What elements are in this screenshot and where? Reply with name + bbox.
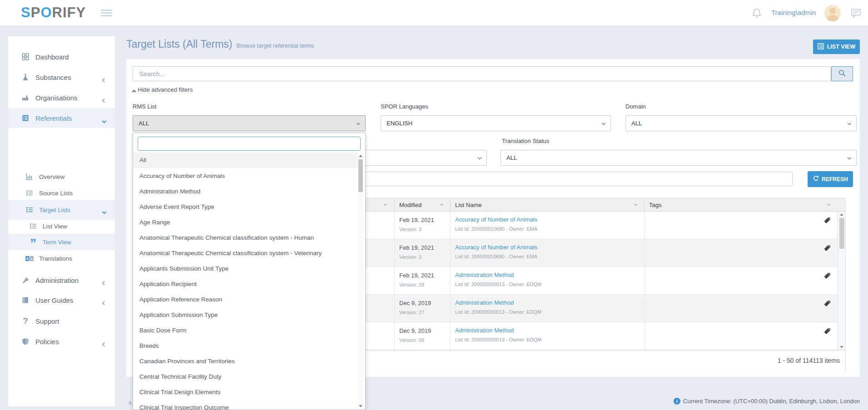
sidebar-item-target-lists[interactable]: Target Lists <box>8 200 115 220</box>
tag-icon[interactable] <box>823 244 831 254</box>
modified-date: Dec 9, 2019 <box>399 327 431 334</box>
search-input[interactable] <box>133 66 831 81</box>
sidebar-item-administration[interactable]: Administration <box>8 270 115 290</box>
sidebar-item-label: Policies <box>35 338 59 346</box>
sort-chevron-icon <box>384 203 387 206</box>
sidebar-item-overview[interactable]: Overview <box>8 168 115 185</box>
caret-up-icon <box>132 90 136 94</box>
table-scrollbar[interactable] <box>838 212 845 350</box>
chevron-left-icon <box>103 340 106 347</box>
dropdown-scrollbar[interactable] <box>358 154 363 408</box>
sidebar-item-term-view[interactable]: ” Term View <box>8 234 115 250</box>
hide-advanced-filters-link[interactable]: Hide advanced filters <box>133 86 193 93</box>
dropdown-search-input[interactable] <box>138 137 361 151</box>
dropdown-item[interactable]: Clinical Trial Design Elements <box>133 384 358 400</box>
sidebar-item-support[interactable]: ? Support <box>8 311 115 331</box>
spor-languages-label: SPOR Languages <box>381 103 428 110</box>
sidebar-item-label: Support <box>35 317 60 325</box>
sidebar-item-label: Overview <box>39 173 64 180</box>
list-icon <box>25 189 34 197</box>
dropdown-item[interactable]: Anatomical Therapeutic Chemical classifi… <box>133 245 358 261</box>
modified-date: Feb 19, 2021 <box>399 244 434 251</box>
modified-date: Dec 9, 2019 <box>399 300 431 306</box>
dropdown-item[interactable]: Administration Method <box>133 183 358 199</box>
tag-icon[interactable] <box>823 300 831 309</box>
dropdown-item[interactable]: Breeds <box>133 338 358 353</box>
translation-status-select[interactable]: ALL <box>501 150 857 166</box>
dropdown-item[interactable]: Central Technical Facility Duty <box>133 369 358 384</box>
scroll-up-icon[interactable] <box>359 155 362 157</box>
dropdown-item[interactable]: Canadian Provinces and Territories <box>133 353 358 369</box>
chevron-left-icon <box>103 298 106 306</box>
chat-icon[interactable] <box>851 9 861 20</box>
logo-letters: RIFY <box>52 5 86 20</box>
rms-list-select[interactable]: ALL <box>133 115 366 131</box>
sidebar-item-policies[interactable]: Policies <box>8 331 115 351</box>
sidebar-item-substances[interactable]: Substances <box>8 67 115 87</box>
dropdown-item[interactable]: Clinical Trial Inspection Outcome <box>133 400 358 410</box>
dropdown-item[interactable]: Accuracy of Number of Animals <box>133 168 358 183</box>
list-name-link[interactable]: Administration Method <box>455 299 514 306</box>
sidebar-item-organisations[interactable]: Organisations <box>8 88 115 108</box>
scroll-down-icon[interactable] <box>840 346 843 348</box>
sidebar-item-label: User Guides <box>35 296 73 304</box>
sidebar-item-translations[interactable]: Ax Translations <box>8 250 115 267</box>
list-view-button[interactable]: LIST VIEW <box>813 40 860 54</box>
domain-value: ALL <box>631 120 642 127</box>
bell-icon[interactable] <box>752 8 762 20</box>
top-bar: SPORIFY Training\admin <box>0 0 868 26</box>
sidebar-item-list-view[interactable]: List View <box>8 218 115 234</box>
list-name-link[interactable]: Administration Method <box>455 327 514 334</box>
list-name-link[interactable]: Administration Method <box>455 272 514 278</box>
scrollbar-thumb[interactable] <box>839 218 844 249</box>
dropdown-item[interactable]: Age Range <box>133 214 358 230</box>
column-header-list-name[interactable]: List Name <box>450 198 644 212</box>
question-icon: ? <box>21 316 30 326</box>
book-icon <box>21 296 30 304</box>
rms-list-value: ALL <box>139 120 149 127</box>
scroll-up-icon[interactable] <box>840 213 843 216</box>
factory-icon <box>21 94 30 101</box>
info-icon: i <box>674 398 680 405</box>
sidebar-item-dashboard[interactable]: Dashboard <box>8 47 115 67</box>
domain-label: Domain <box>625 103 646 110</box>
sidebar-item-source-lists[interactable]: Source Lists <box>8 185 115 201</box>
column-header-tags[interactable]: Tags <box>644 198 838 212</box>
tag-icon[interactable] <box>823 217 831 226</box>
column-header-modified[interactable]: Modified <box>394 198 450 212</box>
hamburger-menu-icon[interactable] <box>101 10 112 16</box>
sidebar-item-label: Translations <box>39 255 72 262</box>
sidebar: Dashboard Substances Organisations Refer… <box>8 36 115 406</box>
dropdown-item[interactable]: Basic Dose Form <box>133 322 358 338</box>
dropdown-item[interactable]: Applicants Submission Unit Type <box>133 261 358 276</box>
sidebar-item-user-guides[interactable]: User Guides <box>8 290 115 310</box>
tag-icon[interactable] <box>823 327 831 337</box>
scroll-down-icon[interactable] <box>359 405 362 407</box>
tag-icon[interactable] <box>823 272 831 282</box>
dropdown-item[interactable]: Adverse Event Report Type <box>133 199 358 214</box>
spor-languages-select[interactable]: ENGLISH <box>381 115 611 131</box>
list-meta: List Id: 200000010680 - Owner: EMA <box>455 254 537 259</box>
search-button[interactable] <box>831 66 853 81</box>
dropdown-item[interactable]: Application Submission Type <box>133 307 358 322</box>
chevron-down-icon <box>848 156 851 159</box>
dropdown-item[interactable]: All <box>133 153 358 168</box>
dropdown-item[interactable]: Application Reference Reason <box>133 291 358 307</box>
scrollbar-thumb[interactable] <box>358 159 363 192</box>
dropdown-item[interactable]: Application Recipient <box>133 276 358 291</box>
chevron-down-icon <box>103 116 106 124</box>
chevron-down-icon <box>602 121 605 125</box>
domain-select[interactable]: ALL <box>625 115 857 131</box>
avatar[interactable] <box>824 5 841 21</box>
refresh-button[interactable]: REFRESH <box>808 171 853 187</box>
list-name-link[interactable]: Accuracy of Number of Animals <box>455 244 537 251</box>
refresh-label: REFRESH <box>822 176 848 183</box>
dropdown-item[interactable]: Anatomical Therapeutic Chemical classifi… <box>133 230 358 245</box>
sidebar-item-referentials[interactable]: Referentials <box>8 108 115 128</box>
sporify-logo[interactable]: SPORIFY <box>21 5 86 21</box>
username-menu[interactable]: Training\admin <box>771 9 816 16</box>
list-name-link[interactable]: Accuracy of Number of Animals <box>455 216 537 223</box>
logo-letter: O <box>40 5 52 20</box>
sidebar-item-label: Source Lists <box>39 190 73 197</box>
quotes-icon: ” <box>29 238 37 246</box>
